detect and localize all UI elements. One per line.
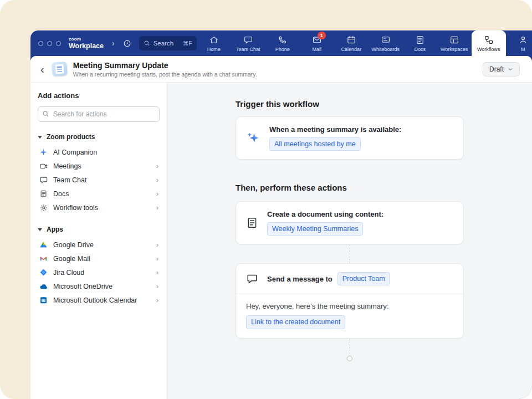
onedrive-icon bbox=[39, 282, 48, 291]
sidebar-item-label: Google Mail bbox=[53, 255, 90, 263]
history-button[interactable] bbox=[122, 39, 132, 48]
chevron-right-icon: › bbox=[156, 190, 158, 198]
back-button[interactable]: ‹ bbox=[40, 64, 44, 75]
sidebar-item-workflow-tools[interactable]: Workflow tools › bbox=[38, 201, 160, 214]
whiteboard-icon bbox=[381, 35, 391, 45]
window-zoom-button[interactable] bbox=[56, 41, 61, 46]
create-document-card[interactable]: Create a document using content: Weekly … bbox=[236, 201, 464, 244]
nav-tab-label: Team Chat bbox=[236, 47, 260, 52]
search-shortcut: ⌘F bbox=[183, 40, 192, 47]
chevron-right-icon: › bbox=[156, 241, 158, 249]
send-message-card[interactable]: Send a message to Product Team Hey, ever… bbox=[236, 263, 464, 338]
document-icon bbox=[39, 190, 48, 198]
dashed-connector-line bbox=[350, 339, 350, 354]
sidebar-item-meetings[interactable]: Meetings › bbox=[38, 159, 160, 173]
dashed-connector-line bbox=[350, 244, 350, 263]
sidebar-item-label: Jira Cloud bbox=[53, 269, 84, 277]
contacts-icon bbox=[518, 35, 528, 45]
nav-tab-label: Mail bbox=[312, 47, 321, 52]
jira-icon bbox=[39, 268, 48, 277]
nav-tab-team-chat[interactable]: Team Chat bbox=[231, 30, 265, 56]
window-controls bbox=[38, 41, 61, 46]
nav-tab-calendar[interactable]: Calendar bbox=[334, 30, 369, 56]
search-icon bbox=[42, 110, 49, 117]
zoom-workplace-logo: zoom Workplace bbox=[69, 37, 104, 50]
logo-zoom-text: zoom bbox=[69, 37, 104, 42]
sidebar-item-jira-cloud[interactable]: Jira Cloud › bbox=[38, 265, 160, 279]
sidebar-item-label: Team Chat bbox=[53, 176, 86, 184]
nav-tab-phone[interactable]: Phone bbox=[265, 30, 300, 56]
sidebar-item-label: Workflow tools bbox=[53, 204, 98, 212]
gmail-icon bbox=[39, 254, 48, 263]
nav-tabs: Home Team Chat Phone 1 Mail Calend bbox=[197, 30, 532, 56]
zoom-workplace-window: zoom Workplace › Search ⌘F Home Team Cha bbox=[30, 30, 532, 399]
nav-tab-home[interactable]: Home bbox=[197, 30, 231, 56]
nav-tab-label: Whiteboards bbox=[371, 47, 400, 52]
caret-down-icon bbox=[38, 136, 42, 139]
nav-tab-mail[interactable]: 1 Mail bbox=[300, 30, 334, 56]
sidebar-item-google-drive[interactable]: Google Drive › bbox=[38, 238, 160, 252]
draft-label: Draft bbox=[489, 65, 504, 73]
trigger-card[interactable]: When a meeting summary is available: All… bbox=[236, 116, 464, 160]
sidebar-item-docs[interactable]: Docs › bbox=[38, 187, 160, 201]
section-zoom-products[interactable]: Zoom products bbox=[38, 133, 160, 141]
message-body-text: Hey, everyone, here’s the meeting summar… bbox=[246, 302, 453, 310]
workflow-title: Meeting Summary Update bbox=[73, 61, 257, 70]
desktop-background: zoom Workplace › Search ⌘F Home Team Cha bbox=[0, 0, 532, 399]
sidebar-item-ai-companion[interactable]: AI Companion bbox=[38, 145, 160, 159]
chevron-right-icon: › bbox=[156, 268, 158, 277]
window-close-button[interactable] bbox=[38, 41, 43, 46]
sidebar-item-team-chat[interactable]: Team Chat › bbox=[38, 173, 160, 187]
nav-tab-workflows[interactable]: Workflows bbox=[472, 30, 506, 56]
trigger-scope-tag[interactable]: All meetings hosted by me bbox=[269, 137, 361, 151]
draft-status-dropdown[interactable]: Draft bbox=[483, 62, 520, 76]
nav-tab-docs[interactable]: Docs bbox=[403, 30, 437, 56]
message-link-tag[interactable]: Link to the created document bbox=[246, 315, 345, 329]
chevron-right-icon: › bbox=[156, 176, 158, 184]
top-navbar: zoom Workplace › Search ⌘F Home Team Cha bbox=[30, 30, 532, 56]
global-search-button[interactable]: Search ⌘F bbox=[139, 36, 197, 50]
workflow-titles: Meeting Summary Update When a recurring … bbox=[73, 61, 257, 78]
workflow-body: Add actions Zoom products bbox=[30, 83, 532, 399]
chevron-right-icon: › bbox=[156, 203, 158, 212]
section-apps[interactable]: Apps bbox=[38, 226, 160, 233]
document-content-tag[interactable]: Weekly Meeting Summaries bbox=[267, 222, 363, 236]
sidebar-item-label: Microsoft Outlook Calendar bbox=[53, 296, 137, 304]
nav-forward-chevron-icon[interactable]: › bbox=[112, 39, 115, 48]
workflow-header: ‹ Meeting Summary Update When a recurrin… bbox=[30, 56, 532, 83]
nav-tab-label: Workflows bbox=[477, 47, 500, 52]
workflow-canvas: Trigger this workflow When a meeting sum… bbox=[167, 83, 532, 399]
logo-workplace-text: Workplace bbox=[69, 43, 104, 50]
trigger-text: When a meeting summary is available: bbox=[269, 125, 401, 134]
chevron-right-icon: › bbox=[156, 282, 158, 290]
message-bubble-icon bbox=[246, 273, 258, 285]
nav-tab-label: M bbox=[521, 47, 525, 52]
nav-tab-workspaces[interactable]: Workspaces bbox=[437, 30, 472, 56]
sidebar-heading: Add actions bbox=[38, 91, 160, 100]
sidebar-item-label: Microsoft OneDrive bbox=[53, 283, 112, 290]
nav-tab-whiteboards[interactable]: Whiteboards bbox=[369, 30, 403, 56]
document-icon bbox=[246, 217, 258, 229]
video-camera-icon bbox=[39, 162, 48, 171]
window-minimize-button[interactable] bbox=[47, 41, 52, 46]
chevron-right-icon: › bbox=[156, 296, 158, 304]
chevron-down-icon bbox=[508, 66, 513, 72]
message-recipient-tag[interactable]: Product Team bbox=[337, 272, 390, 285]
sidebar-item-microsoft-onedrive[interactable]: Microsoft OneDrive › bbox=[38, 279, 160, 293]
calendar-icon bbox=[346, 35, 356, 45]
sidebar-item-microsoft-outlook-calendar[interactable]: Microsoft Outlook Calendar › bbox=[38, 293, 160, 307]
actions-search-input[interactable] bbox=[38, 106, 160, 122]
nav-tab-label: Docs bbox=[414, 47, 426, 52]
nav-tab-label: Phone bbox=[275, 47, 290, 52]
section-label: Zoom products bbox=[47, 133, 95, 141]
connector bbox=[236, 244, 464, 263]
sidebar-item-google-mail[interactable]: Google Mail › bbox=[38, 252, 160, 265]
nav-tab-label: Calendar bbox=[341, 47, 361, 52]
actions-heading: Then, perform these actions bbox=[236, 183, 464, 192]
google-drive-icon bbox=[39, 241, 48, 249]
send-message-text: Send a message to bbox=[267, 275, 332, 283]
history-icon bbox=[122, 39, 132, 48]
chevron-right-icon: › bbox=[156, 162, 158, 170]
nav-tab-more-clipped[interactable]: M bbox=[506, 30, 532, 56]
sidebar-item-label: Docs bbox=[53, 190, 69, 198]
